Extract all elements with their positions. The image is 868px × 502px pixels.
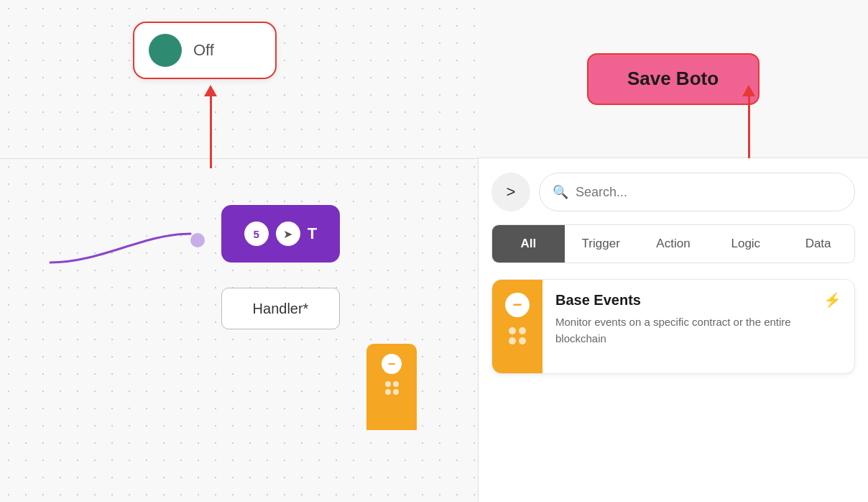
node-t-label: T	[308, 224, 317, 243]
arrow-head-right-icon	[742, 85, 755, 96]
node-badge: 5	[244, 222, 269, 246]
arrow-shaft-left	[210, 96, 212, 168]
base-events-card[interactable]: − Base Events ⚡ Monitor events on a spec…	[491, 279, 855, 374]
arrow-up-left	[204, 85, 217, 168]
card-description: Monitor events on a specific contract or…	[555, 314, 841, 347]
toggle-knob	[149, 34, 182, 67]
lightning-icon: ⚡	[823, 291, 841, 309]
handler-box[interactable]: Handler*	[221, 288, 340, 329]
toggle-label: Off	[193, 41, 214, 60]
chevron-button[interactable]: >	[491, 173, 530, 211]
purple-node-block[interactable]: 5 ➤ T	[221, 205, 340, 263]
card-minus-icon: −	[505, 293, 530, 317]
orange-block[interactable]: −	[366, 344, 417, 430]
tab-all[interactable]: All	[492, 225, 565, 263]
right-panel-top: Save Boto	[478, 0, 868, 158]
tab-action[interactable]: Action	[637, 225, 710, 263]
search-icon: 🔍	[553, 184, 568, 200]
handler-label: Handler*	[253, 301, 309, 317]
search-input[interactable]	[576, 185, 841, 200]
card-content: Base Events ⚡ Monitor events on a specif…	[542, 280, 854, 358]
search-input-wrap: 🔍	[539, 173, 855, 211]
send-icon: ➤	[276, 222, 300, 246]
connector-dot	[190, 233, 205, 247]
tab-data[interactable]: Data	[782, 225, 854, 263]
filter-tabs: All Trigger Action Logic Data	[491, 224, 855, 263]
card-icon-column: −	[492, 280, 542, 373]
arrow-up-right	[742, 85, 755, 170]
tab-logic[interactable]: Logic	[709, 225, 782, 263]
horizontal-divider	[0, 158, 478, 159]
arrow-head-left-icon	[204, 85, 217, 96]
search-row: > 🔍	[491, 173, 855, 211]
card-title-row: Base Events ⚡	[555, 291, 841, 309]
tab-trigger[interactable]: Trigger	[565, 225, 637, 263]
toggle-switch-container: Off	[133, 22, 277, 79]
orange-dots-icon	[385, 381, 399, 395]
card-dots-icon	[509, 327, 526, 344]
save-boto-button[interactable]: Save Boto	[587, 53, 760, 105]
orange-minus-icon: −	[382, 354, 402, 374]
right-panel-bottom: > 🔍 All Trigger Action Logic Data −	[478, 158, 868, 502]
chevron-right-icon: >	[507, 183, 516, 201]
card-title: Base Events	[555, 292, 641, 309]
